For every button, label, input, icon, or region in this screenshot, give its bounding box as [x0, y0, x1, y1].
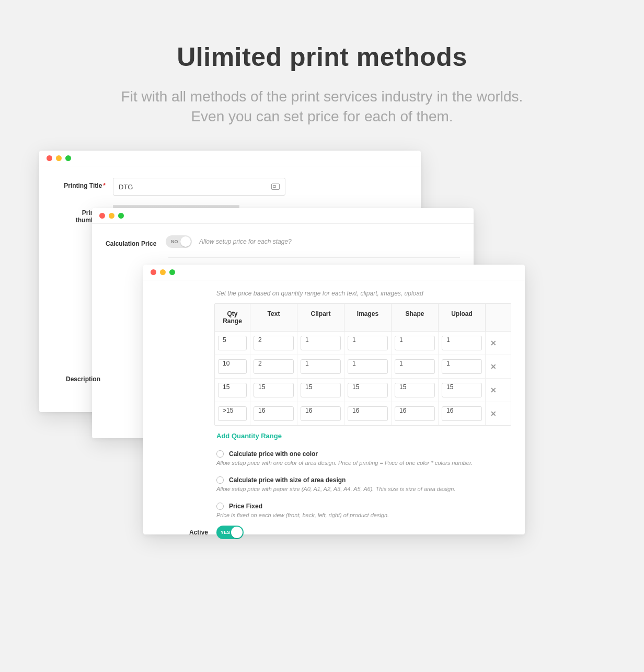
price-input[interactable]: 15 — [348, 383, 388, 397]
price-input[interactable]: 1 — [442, 336, 482, 350]
calculation-price-toggle[interactable]: NO — [166, 235, 192, 248]
price-input[interactable]: 15 — [301, 383, 341, 397]
description-label: Description — [66, 375, 100, 383]
price-table: Qty Range Text Clipart Images Shape Uplo… — [214, 303, 511, 426]
calculation-price-label: Calculation Price — [106, 236, 166, 247]
radio-option[interactable] — [216, 476, 224, 484]
add-quantity-range-link[interactable]: Add Quantity Range — [216, 432, 511, 440]
option-hint: Allow setup price with paper size (A0, A… — [216, 486, 511, 492]
minimize-icon[interactable] — [160, 269, 166, 275]
price-input[interactable]: 2 — [254, 336, 294, 350]
minimize-icon[interactable] — [56, 155, 62, 161]
price-input[interactable]: 1 — [301, 336, 341, 350]
price-input[interactable]: 16 — [301, 406, 341, 421]
price-input[interactable]: 16 — [348, 406, 388, 421]
minimize-icon[interactable] — [109, 213, 114, 219]
hero-subtitle: Fit with all methods of the print servic… — [0, 87, 644, 127]
window-chrome — [92, 208, 474, 224]
col-clipart: Clipart — [297, 304, 344, 331]
price-input[interactable]: 15 — [442, 383, 482, 397]
price-input[interactable]: 1 — [395, 359, 435, 374]
close-icon[interactable] — [151, 269, 156, 275]
price-hint: Set the price based on quantity range fo… — [216, 290, 511, 297]
maximize-icon[interactable] — [118, 213, 124, 219]
delete-row-icon[interactable]: ✕ — [490, 339, 497, 347]
delete-row-icon[interactable]: ✕ — [490, 386, 497, 394]
active-label: Active — [189, 529, 208, 536]
qty-input[interactable]: >15 — [218, 406, 247, 421]
price-input[interactable]: 16 — [254, 406, 294, 421]
table-row: 521111✕ — [215, 332, 511, 355]
window-chrome — [39, 151, 421, 166]
price-input[interactable]: 16 — [442, 406, 482, 421]
window-chrome — [143, 265, 525, 280]
option-hint: Allow setup price with one color of area… — [216, 460, 511, 466]
hero: Ulimited print methods Fit with all meth… — [0, 0, 644, 127]
col-shape: Shape — [392, 304, 439, 331]
col-upload: Upload — [439, 304, 486, 331]
col-qty-range: Qty Range — [215, 304, 250, 331]
input-card-icon — [271, 184, 280, 190]
option-label: Calculate price with one color — [229, 450, 318, 458]
table-header: Qty Range Text Clipart Images Shape Uplo… — [215, 304, 511, 332]
option-hint: Price is fixed on each view (front, back… — [216, 512, 511, 518]
price-input[interactable]: 1 — [442, 359, 482, 374]
qty-input[interactable]: 15 — [218, 383, 247, 397]
window-price-table: Set the price based on quantity range fo… — [143, 265, 525, 534]
maximize-icon[interactable] — [169, 269, 175, 275]
printing-title-label: Printing Title* — [53, 178, 113, 189]
radio-option[interactable] — [216, 450, 224, 458]
close-icon[interactable] — [47, 155, 52, 161]
option-label: Calculate price with size of area design — [229, 476, 346, 484]
qty-input[interactable]: 5 — [218, 336, 247, 350]
col-text: Text — [250, 304, 297, 331]
price-input[interactable]: 1 — [301, 359, 341, 374]
table-row: 1021111✕ — [215, 355, 511, 379]
hero-title: Ulimited print methods — [0, 42, 644, 72]
price-input[interactable]: 16 — [395, 406, 435, 421]
col-images: Images — [344, 304, 392, 331]
qty-input[interactable]: 10 — [218, 359, 247, 374]
price-option: Price FixedPrice is fixed on each view (… — [216, 503, 511, 518]
table-row: >151616161616✕ — [215, 402, 511, 425]
price-option: Calculate price with size of area design… — [216, 476, 511, 492]
delete-row-icon[interactable]: ✕ — [490, 409, 497, 418]
price-input[interactable]: 15 — [395, 383, 435, 397]
divider — [168, 257, 460, 258]
price-input[interactable]: 2 — [254, 359, 294, 374]
table-row: 151515151515✕ — [215, 379, 511, 402]
option-label: Price Fixed — [229, 503, 262, 510]
price-input[interactable]: 15 — [254, 383, 294, 397]
active-toggle[interactable]: YES — [216, 526, 244, 539]
printing-title-input[interactable]: DTG — [113, 178, 285, 196]
price-option: Calculate price with one colorAllow setu… — [216, 450, 511, 466]
close-icon[interactable] — [99, 213, 105, 219]
price-input[interactable]: 1 — [395, 336, 435, 350]
calculation-help-text: Allow setup price for each stage? — [199, 238, 292, 245]
radio-option[interactable] — [216, 503, 224, 510]
price-input[interactable]: 1 — [348, 336, 388, 350]
price-input[interactable]: 1 — [348, 359, 388, 374]
delete-row-icon[interactable]: ✕ — [490, 362, 497, 371]
maximize-icon[interactable] — [65, 155, 71, 161]
